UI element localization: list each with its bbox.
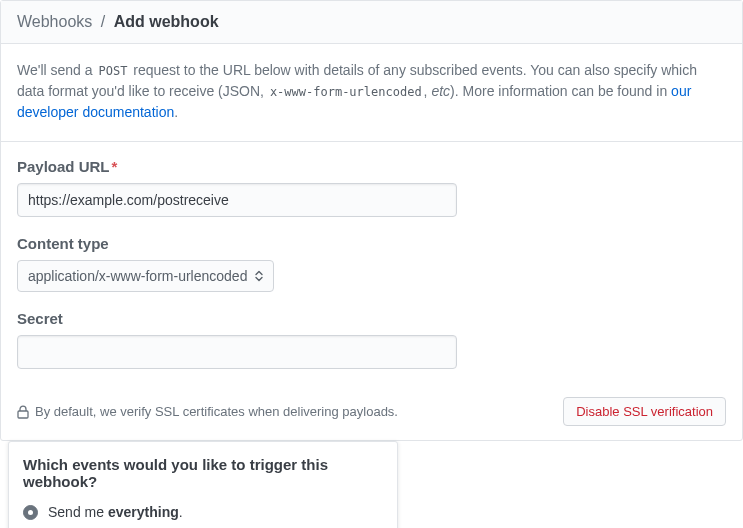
breadcrumb-current: Add webhook (114, 13, 219, 30)
disable-ssl-button[interactable]: Disable SSL verification (563, 397, 726, 426)
secret-input[interactable] (17, 335, 457, 369)
form: Payload URL* Content type application/x-… (1, 142, 742, 369)
events-title: Which events would you like to trigger t… (23, 456, 383, 490)
payload-url-input[interactable] (17, 183, 457, 217)
payload-url-group: Payload URL* (17, 158, 726, 217)
radio-everything[interactable]: Send me everything. (23, 504, 383, 520)
secret-label: Secret (17, 310, 726, 327)
secret-group: Secret (17, 310, 726, 369)
required-mark: * (110, 158, 118, 175)
events-card: Which events would you like to trigger t… (8, 441, 398, 528)
breadcrumb: Webhooks / Add webhook (1, 1, 742, 44)
content-type-select[interactable]: application/x-www-form-urlencoded (17, 260, 274, 292)
intro-text: We'll send a POST request to the URL bel… (1, 44, 742, 142)
add-webhook-panel: Webhooks / Add webhook We'll send a POST… (0, 0, 743, 441)
content-type-value: application/x-www-form-urlencoded (28, 268, 247, 284)
ssl-row: By default, we verify SSL certificates w… (1, 387, 742, 440)
content-type-group: Content type application/x-www-form-urle… (17, 235, 726, 292)
radio-label: Send me everything. (48, 504, 183, 520)
payload-url-label: Payload URL* (17, 158, 726, 175)
select-arrows-icon (255, 270, 263, 282)
lock-icon (17, 405, 29, 419)
ssl-note: By default, we verify SSL certificates w… (17, 404, 398, 419)
breadcrumb-sep: / (97, 13, 109, 30)
radio-icon (23, 505, 38, 520)
content-type-label: Content type (17, 235, 726, 252)
breadcrumb-parent[interactable]: Webhooks (17, 13, 92, 30)
code-post: POST (96, 64, 129, 78)
code-urlencoded: x-www-form-urlencoded (268, 85, 424, 99)
